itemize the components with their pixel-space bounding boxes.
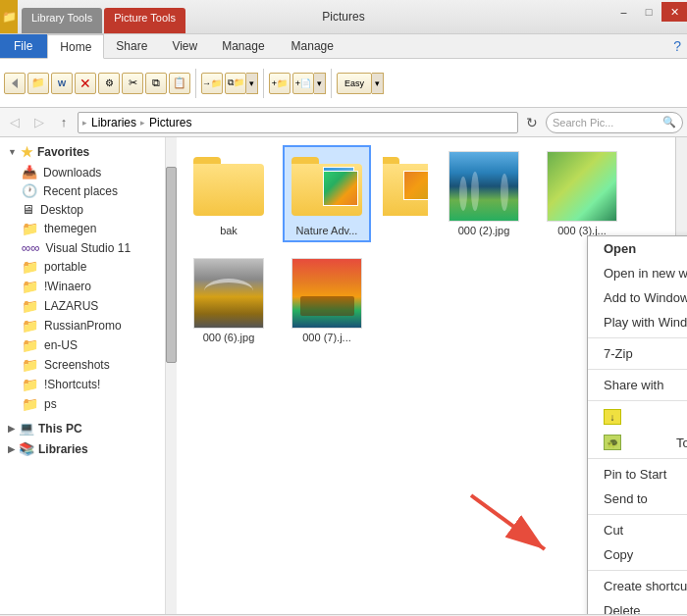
toolbar-word[interactable]: W xyxy=(51,73,73,94)
ctx-add-wmp-list[interactable]: Add to Windows Media Player list xyxy=(588,285,687,310)
title-bar: 📁 Library Tools Picture Tools Pictures ‒… xyxy=(0,0,687,34)
maximize-button[interactable]: □ xyxy=(636,2,661,22)
ribbon-tab-group-library[interactable]: Library Tools xyxy=(22,8,102,33)
toolbar-move-to[interactable]: →📁 xyxy=(201,73,223,94)
search-box[interactable]: Search Pic... 🔍 xyxy=(546,112,683,133)
file-item-nature[interactable]: Nature Adv... xyxy=(283,145,371,242)
shortcuts-label: !Shortcuts! xyxy=(44,378,100,391)
sidebar-item-portable[interactable]: 📁 portable xyxy=(0,257,176,277)
toolbar-new-item[interactable]: +📄 xyxy=(292,73,314,94)
address-path[interactable]: ▸ Libraries ▸ Pictures xyxy=(78,112,518,133)
ctx-cut-label: Cut xyxy=(604,523,623,538)
lazarus-icon: 📁 xyxy=(22,298,38,314)
file-item-000-6[interactable]: 000 (6).jpg xyxy=(185,252,273,349)
sidebar-item-recent-places[interactable]: 🕐 Recent places xyxy=(0,181,176,200)
ctx-tortoisesvn[interactable]: 🐢 TortoiseSVN ▶ xyxy=(588,430,687,455)
sidebar-item-lazarus[interactable]: 📁 LAZARUS xyxy=(0,296,176,316)
sidebar-item-russianpromo[interactable]: 📁 RussianPromo xyxy=(0,316,176,335)
sidebar-item-themegen[interactable]: 📁 themegen xyxy=(0,219,176,238)
toolbar-folder[interactable]: 📁 xyxy=(27,73,49,94)
back-button[interactable]: ◁ xyxy=(4,112,26,133)
recent-places-icon: 🕐 xyxy=(22,183,37,198)
toolbar-paste[interactable]: 📋 xyxy=(169,73,190,94)
sidebar-item-en-us[interactable]: 📁 en-US xyxy=(0,335,176,355)
svg-marker-0 xyxy=(12,78,18,88)
tab-manage-library[interactable]: Manage xyxy=(210,34,277,58)
sidebar-item-downloads[interactable]: 📥 Downloads xyxy=(0,163,176,181)
file-item-000-7[interactable]: 000 (7).j... xyxy=(283,252,371,349)
ctx-tortoisesvn-label: TortoiseSVN xyxy=(676,436,687,450)
ctx-send-to[interactable]: Send to ▶ xyxy=(588,487,687,511)
sidebar-scrollbar-thumb[interactable] xyxy=(166,167,177,363)
tab-file[interactable]: File xyxy=(0,34,47,58)
file-item-000-3[interactable]: 000 (3).j... xyxy=(538,145,626,242)
russianpromo-icon: 📁 xyxy=(22,318,38,334)
forward-button[interactable]: ▷ xyxy=(28,112,50,133)
sidebar-item-desktop[interactable]: 🖥 Desktop xyxy=(0,200,176,219)
up-button[interactable]: ↑ xyxy=(53,112,75,133)
shortcuts-icon: 📁 xyxy=(22,377,38,392)
path-arrow-1: ▸ xyxy=(140,118,145,128)
toolbar-divider-2 xyxy=(263,69,264,98)
ctx-open[interactable]: Open xyxy=(588,236,687,261)
nature-thumb xyxy=(291,151,362,222)
sidebar-item-winaero[interactable]: 📁 !Winaero xyxy=(0,277,176,296)
toolbar-new-item-dropdown[interactable]: ▾ xyxy=(314,73,326,94)
ctx-delete[interactable]: Delete xyxy=(588,598,687,614)
favorites-arrow: ▼ xyxy=(8,147,17,157)
bak-thumb xyxy=(193,151,264,222)
ctx-play-wmp[interactable]: Play with Windows Media Player xyxy=(588,310,687,334)
context-menu: Open Open in new window Add to Windows M… xyxy=(587,235,687,614)
sidebar-section-thispc[interactable]: ▶ 💻 This PC xyxy=(0,418,176,438)
file-item-right-folder[interactable] xyxy=(381,145,430,242)
path-pictures[interactable]: Pictures xyxy=(149,116,191,129)
file-item-000-2[interactable]: 000 (2).jpg xyxy=(440,145,528,242)
path-libraries[interactable]: Libraries xyxy=(91,116,136,129)
toolbar-copy-to-dropdown[interactable]: ▾ xyxy=(246,73,258,94)
ribbon-tab-group-picture[interactable]: Picture Tools xyxy=(104,8,185,33)
sidebar-section-libraries[interactable]: ▶ 📚 Libraries xyxy=(0,438,176,459)
000-6-thumb xyxy=(193,258,264,329)
ctx-svn-checkout[interactable]: ↓ SVN Checkout... xyxy=(588,404,687,430)
sidebar-item-shortcuts[interactable]: 📁 !Shortcuts! xyxy=(0,375,176,394)
toolbar-easy-access-dropdown[interactable]: ▾ xyxy=(372,73,384,94)
sidebar-scrollbar[interactable] xyxy=(165,137,177,614)
000-2-thumb xyxy=(449,151,519,222)
toolbar-delete[interactable]: ✕ xyxy=(75,73,96,94)
toolbar-properties[interactable]: ⚙ xyxy=(98,73,120,94)
libraries-arrow: ▶ xyxy=(8,444,15,454)
tab-home[interactable]: Home xyxy=(47,34,104,59)
toolbar-copy[interactable]: ⧉ xyxy=(145,73,167,94)
ctx-open-new-window-label: Open in new window xyxy=(604,266,687,281)
ctx-cut[interactable]: Cut xyxy=(588,518,687,542)
ctx-sep-2 xyxy=(588,369,687,370)
tab-share[interactable]: Share xyxy=(104,34,160,58)
ctx-create-shortcut[interactable]: Create shortcut xyxy=(588,574,687,598)
libraries-label: Libraries xyxy=(38,442,88,456)
tab-manage-picture[interactable]: Manage xyxy=(280,34,346,58)
sidebar-item-ps[interactable]: 📁 ps xyxy=(0,394,176,414)
sidebar-item-vs11[interactable]: ∞∞ Visual Studio 11 xyxy=(0,238,176,257)
refresh-button[interactable]: ↻ xyxy=(521,112,543,133)
help-button[interactable]: ? xyxy=(673,38,681,54)
sidebar-section-favorites[interactable]: ▼ ★ Favorites xyxy=(0,141,176,163)
ctx-send-to-label: Send to xyxy=(604,491,648,506)
toolbar-easy-access[interactable]: Easy xyxy=(337,73,372,94)
toolbar-divider-1 xyxy=(195,69,196,98)
ribbon-content-area: 📁 W ✕ ⚙ ✂ ⧉ 📋 →📁 ⧉📁 ▾ +📁 +📄 ▾ Easy ▾ xyxy=(0,58,687,107)
sidebar-item-screenshots[interactable]: 📁 Screenshots xyxy=(0,355,176,375)
file-item-bak[interactable]: bak xyxy=(185,145,273,242)
minimize-button[interactable]: ‒ xyxy=(610,2,636,22)
tab-view[interactable]: View xyxy=(160,34,210,58)
ctx-copy[interactable]: Copy xyxy=(588,542,687,567)
ctx-pin-to-start[interactable]: Pin to Start xyxy=(588,462,687,487)
ctx-open-new-window[interactable]: Open in new window xyxy=(588,261,687,285)
close-button[interactable]: ✕ xyxy=(661,2,687,22)
toolbar-copy-to[interactable]: ⧉📁 xyxy=(225,73,246,94)
ctx-share-with[interactable]: Share with ▶ xyxy=(588,373,687,397)
toolbar-cut[interactable]: ✂ xyxy=(122,73,143,94)
portable-icon: 📁 xyxy=(22,259,38,275)
toolbar-back[interactable] xyxy=(4,73,26,94)
toolbar-new-folder[interactable]: +📁 xyxy=(269,73,291,94)
ctx-7zip[interactable]: 7-Zip ▶ xyxy=(588,341,687,366)
